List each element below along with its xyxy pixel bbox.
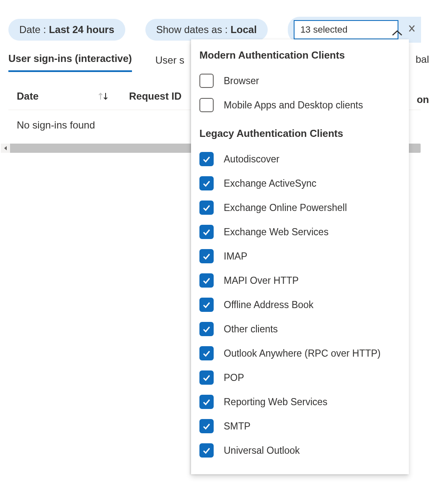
option-offline-address-book[interactable]: Offline Address Book: [199, 293, 401, 317]
option-browser[interactable]: Browser: [199, 69, 401, 93]
date-filter-value: Last 24 hours: [49, 24, 114, 35]
client-app-selected-label: 13 selected: [300, 24, 348, 35]
column-request-label: Request ID: [129, 90, 181, 102]
option-autodiscover[interactable]: Autodiscover: [199, 147, 401, 171]
option-label: MAPI Over HTTP: [224, 275, 299, 286]
checkbox-icon[interactable]: [199, 370, 214, 385]
group-modern-auth-title: Modern Authentication Clients: [199, 49, 401, 61]
show-dates-label: Show dates as :: [156, 24, 230, 35]
option-label: Exchange ActiveSync: [224, 178, 316, 189]
option-exchange-activesync[interactable]: Exchange ActiveSync: [199, 171, 401, 195]
option-other-clients[interactable]: Other clients: [199, 317, 401, 341]
date-filter-pill[interactable]: Date : Last 24 hours: [8, 19, 125, 41]
clipped-column-text: on: [417, 94, 429, 105]
checkbox-icon[interactable]: [199, 201, 214, 215]
option-label: Mobile Apps and Desktop clients: [224, 100, 363, 111]
checkbox-icon[interactable]: [199, 346, 214, 360]
option-smtp[interactable]: SMTP: [199, 414, 401, 438]
option-label: Autodiscover: [224, 154, 279, 165]
group-modern-auth: BrowserMobile Apps and Desktop clients: [199, 69, 401, 117]
checkbox-icon[interactable]: [199, 322, 214, 336]
option-label: Other clients: [224, 324, 278, 335]
checkbox-icon[interactable]: [199, 225, 214, 239]
option-label: Universal Outlook: [224, 445, 300, 456]
checkbox-icon[interactable]: [199, 249, 214, 263]
client-app-filter-pill[interactable]: 13 selected: [288, 17, 421, 43]
show-dates-value: Local: [230, 24, 257, 35]
column-date[interactable]: Date: [17, 90, 126, 102]
checkbox-icon[interactable]: [199, 176, 214, 190]
sort-icon[interactable]: [97, 91, 110, 101]
option-label: Browser: [224, 75, 259, 87]
option-outlook-anywhere-rpc-over-http-[interactable]: Outlook Anywhere (RPC over HTTP): [199, 341, 401, 365]
option-label: Exchange Online Powershell: [224, 202, 347, 213]
checkbox-icon[interactable]: [199, 74, 214, 88]
show-dates-pill[interactable]: Show dates as : Local: [145, 19, 268, 41]
option-exchange-web-services[interactable]: Exchange Web Services: [199, 220, 401, 244]
tab-user-signins-noninteractive[interactable]: User s: [155, 54, 185, 72]
option-mobile-apps-and-desktop-clients[interactable]: Mobile Apps and Desktop clients: [199, 93, 401, 117]
option-exchange-online-powershell[interactable]: Exchange Online Powershell: [199, 195, 401, 220]
option-label: IMAP: [224, 251, 247, 262]
tab-label-partial: User s: [155, 54, 184, 66]
column-request-id[interactable]: Request ID: [129, 90, 181, 102]
checkbox-icon[interactable]: [199, 443, 214, 458]
option-reporting-web-services[interactable]: Reporting Web Services: [199, 390, 401, 414]
option-label: Offline Address Book: [224, 299, 313, 311]
clipped-tab-text: bal: [416, 54, 429, 65]
checkbox-icon[interactable]: [199, 298, 214, 312]
option-label: Outlook Anywhere (RPC over HTTP): [224, 348, 381, 359]
tab-user-signins-interactive[interactable]: User sign-ins (interactive): [8, 53, 132, 72]
checkbox-icon[interactable]: [199, 395, 214, 409]
option-pop[interactable]: POP: [199, 365, 401, 390]
checkbox-icon[interactable]: [199, 98, 214, 112]
option-universal-outlook[interactable]: Universal Outlook: [199, 438, 401, 463]
group-legacy-auth: AutodiscoverExchange ActiveSyncExchange …: [199, 147, 401, 463]
client-app-dropdown: Modern Authentication Clients BrowserMob…: [191, 39, 409, 474]
option-label: SMTP: [224, 421, 251, 432]
option-label: Exchange Web Services: [224, 226, 328, 238]
close-icon[interactable]: [408, 23, 415, 37]
scroll-left-button[interactable]: [1, 144, 10, 153]
checkbox-icon[interactable]: [199, 152, 214, 166]
option-imap[interactable]: IMAP: [199, 244, 401, 268]
option-label: Reporting Web Services: [224, 396, 328, 408]
date-filter-label: Date :: [19, 24, 49, 35]
client-app-select[interactable]: 13 selected: [294, 20, 398, 39]
option-label: POP: [224, 372, 244, 383]
checkbox-icon[interactable]: [199, 273, 214, 288]
checkbox-icon[interactable]: [199, 419, 214, 433]
tab-label: User sign-ins (interactive): [8, 53, 132, 64]
option-mapi-over-http[interactable]: MAPI Over HTTP: [199, 268, 401, 293]
column-date-label: Date: [17, 90, 39, 102]
group-legacy-auth-title: Legacy Authentication Clients: [199, 127, 401, 139]
